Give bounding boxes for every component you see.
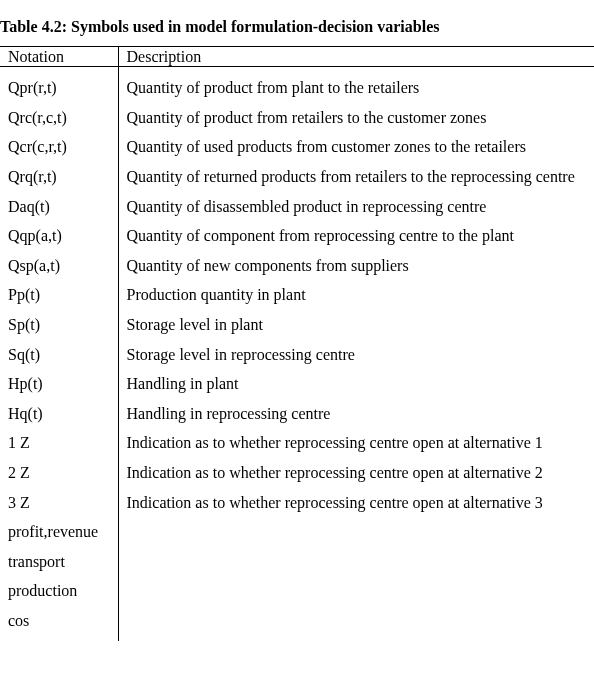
description-cell: Quantity of product from retailers to th… [127,103,587,133]
description-cell [127,576,587,606]
description-cell: Storage level in plant [127,310,587,340]
notation-cell: cos [8,606,110,636]
notation-cell: Sp(t) [8,310,110,340]
description-cell: Quantity of product from plant to the re… [127,73,587,103]
notation-cell: Qrq(r,t) [8,162,110,192]
table-body-row: Qpr(r,t)Qrc(r,c,t)Qcr(c,r,t)Qrq(r,t)Daq(… [0,67,594,642]
notation-cell: Qsp(a,t) [8,251,110,281]
symbols-table: Notation Description Qpr(r,t)Qrc(r,c,t)Q… [0,46,594,641]
description-cell: Indication as to whether reprocessing ce… [127,458,587,488]
description-cell: Quantity of disassembled product in repr… [127,192,587,222]
description-cell: Production quantity in plant [127,280,587,310]
notation-column: Qpr(r,t)Qrc(r,c,t)Qcr(c,r,t)Qrq(r,t)Daq(… [0,67,118,642]
notation-cell: Daq(t) [8,192,110,222]
notation-cell: 3 Z [8,488,110,518]
description-cell: Indication as to whether reprocessing ce… [127,428,587,458]
notation-cell: Hp(t) [8,369,110,399]
description-cell: Indication as to whether reprocessing ce… [127,488,587,518]
description-cell: Quantity of new components from supplier… [127,251,587,281]
notation-cell: 2 Z [8,458,110,488]
notation-cell: Qqp(a,t) [8,221,110,251]
table-header-row: Notation Description [0,47,594,67]
description-cell [127,517,587,547]
notation-cell: Pp(t) [8,280,110,310]
table-caption: Table 4.2: Symbols used in model formula… [0,18,594,36]
description-cell: Storage level in reprocessing centre [127,340,587,370]
notation-cell: Qrc(r,c,t) [8,103,110,133]
notation-cell: production [8,576,110,606]
notation-cell: Sq(t) [8,340,110,370]
description-cell [127,547,587,577]
header-notation: Notation [0,47,118,67]
notation-cell: Hq(t) [8,399,110,429]
description-cell: Quantity of used products from customer … [127,132,587,162]
notation-cell: transport [8,547,110,577]
page: Table 4.2: Symbols used in model formula… [0,0,594,690]
header-description: Description [118,47,594,67]
description-cell [127,606,587,636]
description-cell: Handling in plant [127,369,587,399]
description-cell: Handling in reprocessing centre [127,399,587,429]
notation-cell: Qcr(c,r,t) [8,132,110,162]
notation-cell: profit,revenue [8,517,110,547]
description-cell: Quantity of returned products from retai… [127,162,587,192]
notation-cell: 1 Z [8,428,110,458]
description-cell: Quantity of component from reprocessing … [127,221,587,251]
description-column: Quantity of product from plant to the re… [118,67,594,642]
